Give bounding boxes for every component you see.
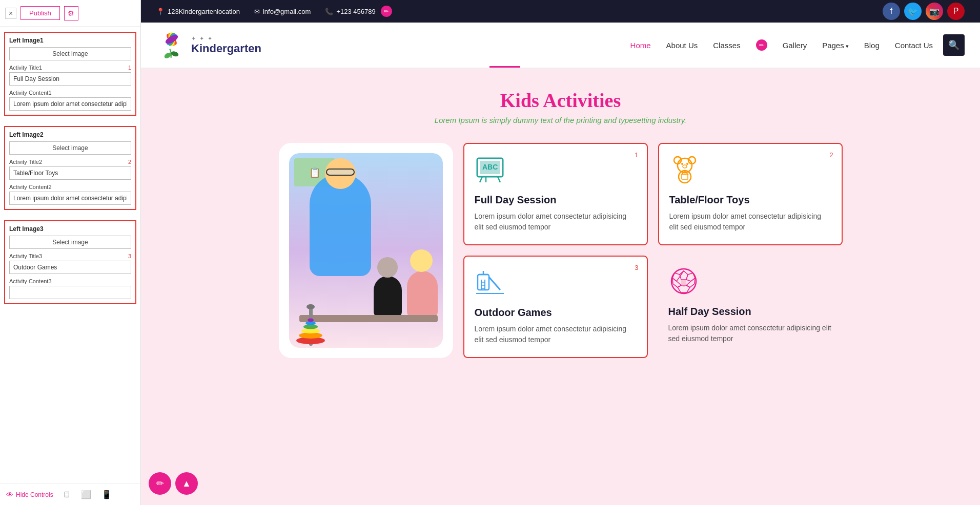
top-bar-left: × Publish ⚙ xyxy=(0,0,140,27)
svg-rect-29 xyxy=(682,174,688,179)
activity-content3-label: Activity Content3 xyxy=(9,278,131,284)
teacher-glasses xyxy=(326,169,355,176)
nav-gallery[interactable]: Gallery xyxy=(783,41,807,50)
card-title-1: Full Day Session xyxy=(475,194,637,206)
field-number-2: 2 xyxy=(128,159,131,165)
close-button[interactable]: × xyxy=(5,8,16,19)
close-icon: × xyxy=(9,9,13,17)
nav-blog[interactable]: Blog xyxy=(864,41,880,50)
hide-controls-button[interactable]: 👁 Hide Controls xyxy=(6,491,53,499)
edit-phone-button[interactable]: ✏ xyxy=(381,6,392,17)
nav-active-underline xyxy=(489,66,520,68)
facebook-icon[interactable]: f xyxy=(883,3,900,20)
svg-marker-44 xyxy=(686,273,695,281)
activity-content3-input[interactable] xyxy=(9,286,131,299)
activity-title2-input[interactable] xyxy=(9,166,131,180)
card-number-3: 3 xyxy=(635,264,638,271)
select-image-2-button[interactable]: Select image xyxy=(9,141,131,155)
activity-title1-input[interactable] xyxy=(9,72,131,86)
instagram-icon[interactable]: 📷 xyxy=(926,3,943,20)
nav-bar: ✦ ✦ ✦ Kindergarten Home About Us Classes… xyxy=(141,23,980,69)
tablet-icon: ⬜ xyxy=(81,490,91,499)
nav-classes[interactable]: Classes xyxy=(713,41,740,50)
teacher-scene: 📋 xyxy=(289,153,443,348)
field-number-3: 3 xyxy=(128,253,131,259)
activities-heading: Kids Activities xyxy=(172,89,949,112)
activity-title1-label: Activity Title1 1 xyxy=(9,65,131,71)
field-number-1: 1 xyxy=(128,65,131,71)
activity-content1-input[interactable] xyxy=(9,97,131,111)
publish-button[interactable]: Publish xyxy=(21,6,60,20)
nav-about-us[interactable]: About Us xyxy=(666,41,698,50)
activity-content2-input[interactable] xyxy=(9,192,131,205)
teddy-bear-icon xyxy=(669,154,700,185)
activities-grid: 📋 xyxy=(279,143,843,358)
svg-point-14 xyxy=(308,319,314,322)
svg-point-26 xyxy=(686,163,688,165)
search-button[interactable]: 🔍 xyxy=(943,34,965,56)
section1-title: Left Image1 xyxy=(9,37,131,44)
section3-title: Left Image3 xyxy=(9,225,131,233)
logo-sub: ✦ ✦ ✦ xyxy=(191,35,261,42)
logo-name: Kindergarten xyxy=(191,42,261,55)
select-image-1-button[interactable]: Select image xyxy=(9,47,131,60)
location-text: 123Kindergartenlocation xyxy=(168,8,240,15)
fab-area: ✏ ▲ xyxy=(149,472,198,495)
card-title-2: Table/Floor Toys xyxy=(669,194,831,206)
activity-title3-label: Activity Title3 3 xyxy=(9,253,131,259)
phone-text: +123 456789 xyxy=(336,8,375,15)
nav-pages[interactable]: Pages xyxy=(822,41,849,50)
top-info-bar: 📍 123Kindergartenlocation ✉ info@gmail.c… xyxy=(141,0,980,23)
kid1-body xyxy=(407,271,438,317)
soccer-ball-icon xyxy=(668,266,699,297)
main-content: 📍 123Kindergartenlocation ✉ info@gmail.c… xyxy=(141,0,980,505)
card-number-2: 2 xyxy=(829,151,833,159)
svg-point-27 xyxy=(683,165,687,168)
nav-contact-us[interactable]: Contact Us xyxy=(895,41,933,50)
svg-text:ABC: ABC xyxy=(482,163,498,171)
activity-title2-label: Activity Title2 2 xyxy=(9,159,131,165)
phone-icon: 📞 xyxy=(325,8,333,15)
nav-links: Home About Us Classes ✏ Gallery Pages Bl… xyxy=(630,39,933,51)
fab-up-icon: ▲ xyxy=(182,478,191,489)
kid2-head xyxy=(377,257,398,278)
bottom-bar: 👁 Hide Controls 🖥 ⬜ 📱 xyxy=(0,483,140,505)
social-icons: f 🐦 📷 P xyxy=(883,3,965,20)
activity-card-3: 3 xyxy=(463,256,648,358)
svg-point-15 xyxy=(307,304,315,309)
activities-section: Kids Activities Lorem Ipsum is simply du… xyxy=(141,69,980,505)
kid1-head xyxy=(410,249,433,272)
panel-section-2: Left Image2 Select image Activity Title2… xyxy=(4,126,136,210)
edit-classes-button[interactable]: ✏ xyxy=(756,39,767,51)
nav-home[interactable]: Home xyxy=(630,41,651,50)
kid2-body xyxy=(374,276,402,317)
svg-point-25 xyxy=(681,163,683,165)
activity-card-1: 1 ABC Full Day Session Lorem ipsum dolor… xyxy=(463,143,648,245)
gear-button[interactable]: ⚙ xyxy=(64,6,78,20)
playground-icon xyxy=(475,267,505,298)
activity-title3-input[interactable] xyxy=(9,261,131,274)
logo-svg xyxy=(156,27,187,63)
desktop-view-button[interactable]: 🖥 xyxy=(62,489,72,500)
svg-point-7 xyxy=(170,50,179,57)
panel-section-3: Left Image3 Select image Activity Title3… xyxy=(4,220,136,304)
card-number-1: 1 xyxy=(635,151,638,159)
activity-card-4: Half Day Session Lorem ipsum dolor amet … xyxy=(658,256,843,358)
tablet-view-button[interactable]: ⬜ xyxy=(80,489,92,500)
mobile-view-button[interactable]: 📱 xyxy=(100,489,113,500)
fab-scroll-up-button[interactable]: ▲ xyxy=(175,472,198,495)
svg-line-32 xyxy=(489,277,500,290)
activity-content1-label: Activity Content1 xyxy=(9,90,131,96)
location-icon: 📍 xyxy=(156,8,165,15)
card-text-2: Lorem ipsum dolor amet consectetur adipi… xyxy=(669,211,831,233)
left-panel: × Publish ⚙ Left Image1 Select image Act… xyxy=(0,0,141,505)
gear-icon: ⚙ xyxy=(68,9,74,17)
logo-text-area: ✦ ✦ ✦ Kindergarten xyxy=(191,35,261,55)
fab-edit-button[interactable]: ✏ xyxy=(149,472,171,495)
pinterest-icon[interactable]: P xyxy=(947,3,965,20)
twitter-icon[interactable]: 🐦 xyxy=(904,3,922,20)
activity-card-2: 2 xyxy=(658,143,843,245)
activities-subtitle: Lorem Ipsum is simply dummy text of the … xyxy=(172,116,949,124)
select-image-3-button[interactable]: Select image xyxy=(9,236,131,249)
mobile-icon: 📱 xyxy=(101,490,112,499)
